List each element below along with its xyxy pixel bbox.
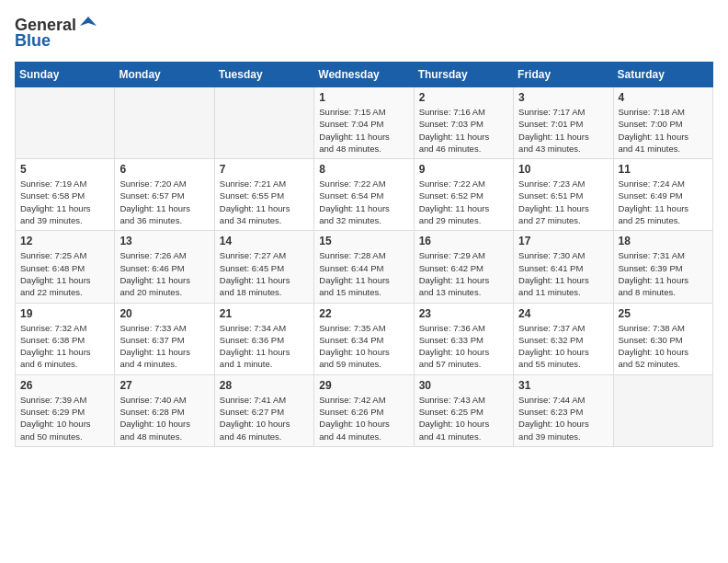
- day-info: Sunrise: 7:41 AM Sunset: 6:27 PM Dayligh…: [220, 394, 309, 442]
- logo-bird-icon: [78, 15, 98, 35]
- day-number: 6: [119, 163, 209, 176]
- calendar-cell: 2Sunrise: 7:16 AM Sunset: 7:03 PM Daylig…: [414, 87, 513, 159]
- day-info: Sunrise: 7:44 AM Sunset: 6:23 PM Dayligh…: [518, 394, 608, 442]
- day-info: Sunrise: 7:15 AM Sunset: 7:04 PM Dayligh…: [319, 106, 408, 155]
- day-number: 1: [319, 91, 408, 104]
- day-number: 30: [419, 379, 508, 392]
- day-number: 17: [518, 235, 608, 247]
- calendar-week-row: 12Sunrise: 7:25 AM Sunset: 6:48 PM Dayli…: [16, 231, 713, 303]
- day-number: 23: [419, 307, 508, 320]
- calendar-cell: 31Sunrise: 7:44 AM Sunset: 6:23 PM Dayli…: [514, 374, 613, 446]
- calendar-table: SundayMondayTuesdayWednesdayThursdayFrid…: [15, 62, 713, 447]
- calendar-cell: 25Sunrise: 7:38 AM Sunset: 6:30 PM Dayli…: [613, 303, 712, 374]
- calendar-cell: 17Sunrise: 7:30 AM Sunset: 6:41 PM Dayli…: [514, 231, 613, 303]
- weekday-header-sunday: Sunday: [16, 63, 115, 87]
- calendar-cell: 12Sunrise: 7:25 AM Sunset: 6:48 PM Dayli…: [16, 231, 115, 303]
- day-info: Sunrise: 7:38 AM Sunset: 6:30 PM Dayligh…: [619, 322, 708, 371]
- calendar-cell: 4Sunrise: 7:18 AM Sunset: 7:00 PM Daylig…: [613, 87, 712, 159]
- day-info: Sunrise: 7:30 AM Sunset: 6:41 PM Dayligh…: [518, 249, 608, 298]
- calendar-cell: 27Sunrise: 7:40 AM Sunset: 6:28 PM Dayli…: [115, 374, 214, 446]
- calendar-cell: 28Sunrise: 7:41 AM Sunset: 6:27 PM Dayli…: [214, 374, 313, 446]
- day-info: Sunrise: 7:40 AM Sunset: 6:28 PM Dayligh…: [119, 394, 209, 442]
- calendar-cell: 29Sunrise: 7:42 AM Sunset: 6:26 PM Dayli…: [314, 374, 414, 446]
- day-number: 24: [518, 307, 608, 320]
- day-number: 8: [319, 163, 408, 176]
- day-number: 27: [119, 379, 209, 392]
- day-info: Sunrise: 7:18 AM Sunset: 7:00 PM Dayligh…: [619, 106, 708, 155]
- calendar-cell: 7Sunrise: 7:21 AM Sunset: 6:55 PM Daylig…: [214, 159, 313, 231]
- day-info: Sunrise: 7:33 AM Sunset: 6:37 PM Dayligh…: [119, 322, 209, 371]
- calendar-cell: 9Sunrise: 7:22 AM Sunset: 6:52 PM Daylig…: [414, 159, 513, 231]
- day-number: 4: [619, 91, 708, 104]
- svg-marker-0: [80, 17, 97, 26]
- calendar-cell: 20Sunrise: 7:33 AM Sunset: 6:37 PM Dayli…: [115, 303, 214, 374]
- calendar-cell: 21Sunrise: 7:34 AM Sunset: 6:36 PM Dayli…: [214, 303, 313, 374]
- day-info: Sunrise: 7:29 AM Sunset: 6:42 PM Dayligh…: [419, 249, 508, 298]
- day-number: 22: [319, 307, 408, 320]
- day-info: Sunrise: 7:22 AM Sunset: 6:52 PM Dayligh…: [419, 178, 508, 226]
- calendar-cell: 3Sunrise: 7:17 AM Sunset: 7:01 PM Daylig…: [514, 87, 613, 159]
- day-number: 20: [119, 307, 209, 320]
- day-number: 15: [319, 235, 408, 247]
- day-info: Sunrise: 7:16 AM Sunset: 7:03 PM Dayligh…: [419, 106, 508, 155]
- day-number: 25: [619, 307, 708, 320]
- calendar-week-row: 1Sunrise: 7:15 AM Sunset: 7:04 PM Daylig…: [16, 87, 713, 159]
- calendar-cell: 18Sunrise: 7:31 AM Sunset: 6:39 PM Dayli…: [613, 231, 712, 303]
- day-info: Sunrise: 7:23 AM Sunset: 6:51 PM Dayligh…: [518, 178, 608, 226]
- calendar-cell: [214, 87, 313, 159]
- logo: General Blue: [15, 15, 98, 51]
- day-info: Sunrise: 7:22 AM Sunset: 6:54 PM Dayligh…: [319, 178, 408, 226]
- calendar-cell: 5Sunrise: 7:19 AM Sunset: 6:58 PM Daylig…: [16, 159, 115, 231]
- day-info: Sunrise: 7:32 AM Sunset: 6:38 PM Dayligh…: [20, 322, 109, 371]
- day-info: Sunrise: 7:20 AM Sunset: 6:57 PM Dayligh…: [119, 178, 209, 226]
- weekday-header-monday: Monday: [115, 63, 214, 87]
- day-number: 18: [619, 235, 708, 247]
- calendar-cell: 23Sunrise: 7:36 AM Sunset: 6:33 PM Dayli…: [414, 303, 513, 374]
- day-number: 7: [220, 163, 309, 176]
- calendar-cell: [613, 374, 712, 446]
- day-info: Sunrise: 7:31 AM Sunset: 6:39 PM Dayligh…: [619, 249, 708, 298]
- day-number: 16: [419, 235, 508, 247]
- calendar-week-row: 5Sunrise: 7:19 AM Sunset: 6:58 PM Daylig…: [16, 159, 713, 231]
- day-info: Sunrise: 7:28 AM Sunset: 6:44 PM Dayligh…: [319, 249, 408, 298]
- calendar-week-row: 26Sunrise: 7:39 AM Sunset: 6:29 PM Dayli…: [16, 374, 713, 446]
- day-number: 2: [419, 91, 508, 104]
- weekday-header-thursday: Thursday: [414, 63, 513, 87]
- calendar-cell: 10Sunrise: 7:23 AM Sunset: 6:51 PM Dayli…: [514, 159, 613, 231]
- calendar-cell: 16Sunrise: 7:29 AM Sunset: 6:42 PM Dayli…: [414, 231, 513, 303]
- day-info: Sunrise: 7:17 AM Sunset: 7:01 PM Dayligh…: [518, 106, 608, 155]
- day-number: 21: [220, 307, 309, 320]
- day-info: Sunrise: 7:39 AM Sunset: 6:29 PM Dayligh…: [20, 394, 109, 442]
- calendar-cell: 1Sunrise: 7:15 AM Sunset: 7:04 PM Daylig…: [314, 87, 414, 159]
- day-info: Sunrise: 7:27 AM Sunset: 6:45 PM Dayligh…: [220, 249, 309, 298]
- weekday-header-friday: Friday: [514, 63, 613, 87]
- day-info: Sunrise: 7:25 AM Sunset: 6:48 PM Dayligh…: [20, 249, 109, 298]
- calendar-cell: [16, 87, 115, 159]
- day-info: Sunrise: 7:24 AM Sunset: 6:49 PM Dayligh…: [619, 178, 708, 226]
- calendar-cell: 19Sunrise: 7:32 AM Sunset: 6:38 PM Dayli…: [16, 303, 115, 374]
- day-info: Sunrise: 7:36 AM Sunset: 6:33 PM Dayligh…: [419, 322, 508, 371]
- weekday-header-wednesday: Wednesday: [314, 63, 414, 87]
- day-info: Sunrise: 7:34 AM Sunset: 6:36 PM Dayligh…: [220, 322, 309, 371]
- weekday-header-saturday: Saturday: [613, 63, 712, 87]
- calendar-cell: 11Sunrise: 7:24 AM Sunset: 6:49 PM Dayli…: [613, 159, 712, 231]
- day-info: Sunrise: 7:26 AM Sunset: 6:46 PM Dayligh…: [119, 249, 209, 298]
- day-number: 10: [518, 163, 608, 176]
- day-number: 19: [20, 307, 109, 320]
- calendar-cell: 24Sunrise: 7:37 AM Sunset: 6:32 PM Dayli…: [514, 303, 613, 374]
- calendar-cell: 15Sunrise: 7:28 AM Sunset: 6:44 PM Dayli…: [314, 231, 414, 303]
- calendar-cell: 22Sunrise: 7:35 AM Sunset: 6:34 PM Dayli…: [314, 303, 414, 374]
- day-info: Sunrise: 7:19 AM Sunset: 6:58 PM Dayligh…: [20, 178, 109, 226]
- day-info: Sunrise: 7:43 AM Sunset: 6:25 PM Dayligh…: [419, 394, 508, 442]
- day-info: Sunrise: 7:21 AM Sunset: 6:55 PM Dayligh…: [220, 178, 309, 226]
- calendar-week-row: 19Sunrise: 7:32 AM Sunset: 6:38 PM Dayli…: [16, 303, 713, 374]
- day-info: Sunrise: 7:35 AM Sunset: 6:34 PM Dayligh…: [319, 322, 408, 371]
- day-number: 26: [20, 379, 109, 392]
- calendar-cell: 13Sunrise: 7:26 AM Sunset: 6:46 PM Dayli…: [115, 231, 214, 303]
- day-number: 28: [220, 379, 309, 392]
- calendar-cell: 8Sunrise: 7:22 AM Sunset: 6:54 PM Daylig…: [314, 159, 414, 231]
- day-number: 29: [319, 379, 408, 392]
- calendar-cell: 26Sunrise: 7:39 AM Sunset: 6:29 PM Dayli…: [16, 374, 115, 446]
- calendar-cell: [115, 87, 214, 159]
- weekday-header-tuesday: Tuesday: [214, 63, 313, 87]
